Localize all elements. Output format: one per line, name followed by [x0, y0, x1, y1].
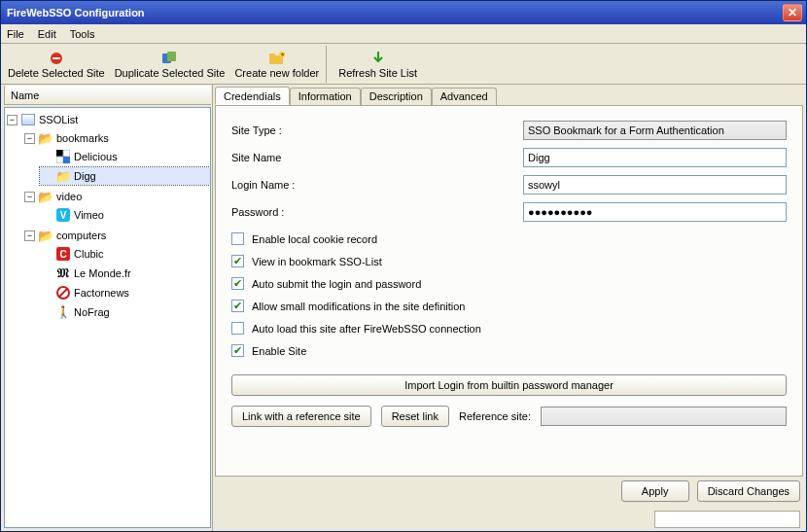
database-icon: [20, 112, 36, 127]
tree-item-label: Vimeo: [74, 209, 104, 221]
svg-rect-8: [56, 150, 63, 157]
discard-button[interactable]: Discard Changes: [697, 480, 800, 502]
svg-line-17: [59, 289, 67, 297]
tree-item-label: Digg: [74, 170, 96, 182]
toolbar-refresh-label: Refresh Site List: [338, 67, 417, 79]
toolbar-delete[interactable]: Delete Selected Site: [3, 46, 110, 83]
expander-icon[interactable]: −: [7, 115, 18, 125]
login-name-input[interactable]: [523, 175, 787, 195]
tree-item-nofrag[interactable]: 🚶 NoFrag: [40, 303, 210, 321]
tree-item-label: Le Monde.fr: [74, 267, 131, 279]
tab-description[interactable]: Description: [361, 88, 432, 106]
svg-text:V: V: [60, 210, 67, 221]
delete-icon: [49, 50, 64, 67]
checkbox-modif-label: Allow small modifications in the site de…: [252, 301, 466, 312]
content-area: Credendials Information Description Adva…: [213, 85, 806, 531]
expander-icon[interactable]: −: [24, 133, 35, 144]
menu-file[interactable]: File: [7, 28, 24, 40]
password-label: Password :: [231, 206, 523, 218]
reference-site-dropdown[interactable]: [541, 407, 787, 426]
apply-button[interactable]: Apply: [621, 480, 689, 502]
site-type-label: Site Type :: [231, 124, 523, 136]
checkbox-submit[interactable]: [231, 277, 244, 290]
svg-rect-3: [167, 52, 176, 61]
clubic-icon: C: [55, 246, 71, 262]
vimeo-icon: V: [55, 207, 71, 223]
svg-text:★: ★: [279, 52, 284, 57]
tree[interactable]: − SSOList − 📂 bookmarks: [4, 107, 211, 528]
site-type-value: SSO Bookmark for a Form Authentication: [523, 121, 787, 140]
close-icon: ✕: [788, 6, 797, 19]
tab-information[interactable]: Information: [290, 88, 361, 106]
new-folder-icon: ★: [268, 50, 286, 67]
password-input[interactable]: [523, 202, 787, 222]
window-title: FireWebSSO Configuration: [7, 7, 783, 18]
checkbox-modif[interactable]: [231, 300, 244, 312]
menu-bar: File Edit Tools: [1, 24, 806, 44]
menu-edit[interactable]: Edit: [38, 28, 56, 40]
expander-icon[interactable]: −: [24, 231, 35, 241]
checkbox-submit-label: Auto submit the login and password: [252, 278, 421, 290]
tree-item-vimeo[interactable]: V Vimeo: [40, 206, 210, 224]
checkbox-cookie-label: Enable local cookie record: [252, 233, 377, 245]
toolbar-duplicate-label: Duplicate Selected Site: [115, 67, 226, 79]
svg-rect-11: [63, 157, 70, 163]
link-reference-button[interactable]: Link with a reference site: [231, 406, 371, 427]
tree-item-label: NoFrag: [74, 306, 110, 318]
site-icon: 📁: [55, 168, 71, 184]
toolbar-delete-label: Delete Selected Site: [8, 67, 105, 79]
tab-advanced[interactable]: Advanced: [432, 88, 497, 106]
svg-rect-9: [63, 150, 70, 157]
tree-folder-computers[interactable]: − 📂 computers: [22, 227, 210, 244]
tab-strip: Credendials Information Description Adva…: [215, 87, 803, 105]
nofrag-icon: 🚶: [55, 304, 71, 320]
svg-text:C: C: [59, 249, 66, 260]
checkbox-view[interactable]: [231, 255, 244, 267]
tree-item-digg[interactable]: 📁 Digg: [40, 167, 210, 185]
checkbox-enable[interactable]: [231, 344, 244, 357]
menu-tools[interactable]: Tools: [70, 28, 95, 40]
tree-folder-label: video: [56, 191, 82, 202]
tree-root-label: SSOList: [39, 114, 78, 125]
login-name-label: Login Name :: [231, 179, 523, 191]
sidebar: Name − SSOList − 📂 bookmark: [1, 85, 213, 531]
tree-item-lemonde[interactable]: 𝔐 Le Monde.fr: [40, 265, 210, 282]
lemonde-icon: 𝔐: [55, 266, 71, 281]
tree-folder-video[interactable]: − 📂 video: [22, 188, 210, 205]
tree-folder-label: bookmarks: [56, 132, 109, 144]
folder-icon: 📂: [38, 130, 53, 146]
duplicate-icon: [161, 50, 179, 67]
checkbox-autoload[interactable]: [231, 322, 244, 335]
site-name-input[interactable]: [523, 148, 787, 167]
tree-item-label: Delicious: [74, 151, 118, 162]
expander-icon[interactable]: −: [24, 192, 35, 202]
toolbar-duplicate[interactable]: Duplicate Selected Site: [110, 46, 230, 83]
svg-rect-5: [269, 53, 275, 56]
tree-item-clubic[interactable]: C Clubic: [40, 245, 210, 263]
toolbar-new-folder-label: Create new folder: [234, 67, 319, 79]
site-name-label: Site Name: [231, 152, 523, 163]
tree-root[interactable]: − SSOList: [5, 111, 210, 128]
reset-link-button[interactable]: Reset link: [381, 406, 449, 427]
toolbar: Delete Selected Site Duplicate Selected …: [1, 44, 806, 85]
checkbox-enable-label: Enable Site: [252, 345, 306, 357]
svg-rect-10: [56, 157, 63, 163]
title-bar: FireWebSSO Configuration ✕: [1, 1, 806, 24]
checkbox-autoload-label: Auto load this site after FireWebSSO con…: [252, 323, 481, 335]
toolbar-separator: [326, 46, 332, 83]
toolbar-new-folder[interactable]: ★ Create new folder: [229, 46, 324, 83]
delicious-icon: [55, 149, 71, 164]
checkbox-view-label: View in bookmark SSO-List: [252, 256, 382, 267]
toolbar-refresh[interactable]: Refresh Site List: [333, 46, 422, 83]
close-button[interactable]: ✕: [783, 4, 802, 21]
tree-folder-bookmarks[interactable]: − 📂 bookmarks: [22, 129, 210, 147]
tab-credentials[interactable]: Credendials: [215, 87, 290, 105]
tree-header[interactable]: Name: [4, 86, 211, 105]
import-login-button[interactable]: Import Login from builtin password manag…: [231, 374, 787, 396]
refresh-icon: [371, 50, 385, 67]
tree-item-delicious[interactable]: Delicious: [40, 148, 210, 165]
tree-item-label: Factornews: [74, 287, 129, 299]
checkbox-cookie[interactable]: [231, 232, 244, 245]
tree-item-factornews[interactable]: Factornews: [40, 284, 210, 301]
reference-site-label: Reference site:: [459, 410, 531, 422]
